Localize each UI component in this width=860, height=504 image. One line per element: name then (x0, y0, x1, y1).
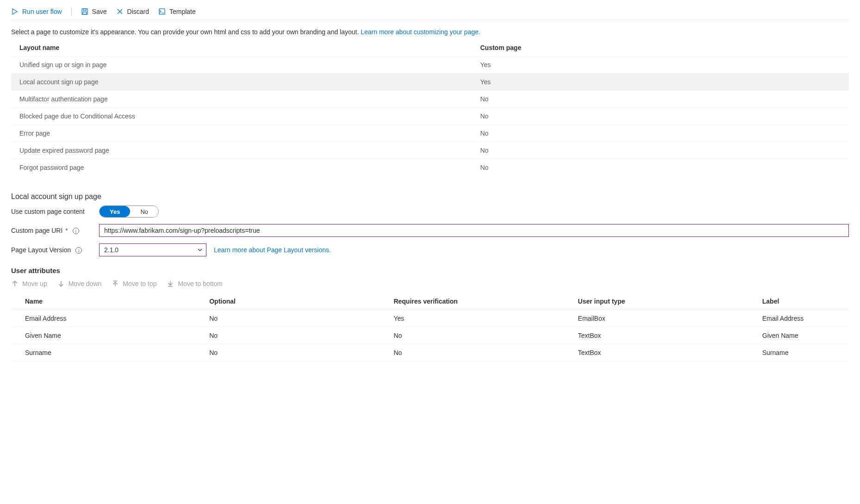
layouts-table: Layout name Custom page Unified sign up … (11, 39, 849, 176)
required-star: * (65, 227, 68, 234)
attr-name-cell: Email Address (11, 310, 195, 327)
move-up-button[interactable]: Move up (11, 280, 47, 287)
attr-optional-cell: No (195, 310, 380, 327)
col-attr-name[interactable]: Name (11, 293, 195, 310)
learn-more-link[interactable]: Learn more about customizing your page. (361, 28, 480, 36)
user-attributes-table: Name Optional Requires verification User… (11, 293, 849, 361)
template-label: Template (169, 8, 196, 15)
attr-optional-cell: No (195, 327, 380, 344)
attr-requires-cell: No (380, 344, 564, 361)
col-custom-page[interactable]: Custom page (472, 39, 849, 56)
move-down-button[interactable]: Move down (57, 280, 102, 287)
close-icon (116, 8, 124, 15)
col-attr-optional[interactable]: Optional (195, 293, 380, 310)
custom-uri-label-text: Custom page URI (11, 227, 62, 234)
col-attr-requires[interactable]: Requires verification (380, 293, 564, 310)
use-custom-label: Use custom page content (11, 208, 99, 215)
use-custom-toggle[interactable]: Yes No (99, 205, 159, 218)
layout-row[interactable]: Blocked page due to Conditional AccessNo (11, 108, 849, 125)
layout-name-cell: Forgot password page (11, 159, 472, 176)
layout-row[interactable]: Error pageNo (11, 125, 849, 142)
version-learn-more-link[interactable]: Learn more about Page Layout versions. (214, 246, 331, 254)
layout-row[interactable]: Multifactor authentication pageNo (11, 91, 849, 108)
arrow-down-icon (57, 280, 65, 287)
attr-requires-cell: Yes (380, 310, 564, 327)
layout-custom-cell: No (472, 159, 849, 176)
use-custom-row: Use custom page content Yes No (11, 205, 849, 218)
arrow-top-icon (112, 280, 119, 287)
svg-rect-2 (83, 9, 86, 11)
custom-uri-label: Custom page URI * i (11, 227, 99, 235)
attr-name-cell: Surname (11, 344, 195, 361)
move-down-label: Move down (69, 280, 102, 287)
col-attr-label[interactable]: Label (748, 293, 849, 310)
version-select[interactable] (99, 243, 206, 256)
layout-custom-cell: No (472, 108, 849, 125)
save-icon (81, 8, 88, 15)
detail-heading: Local account sign up page (11, 193, 849, 201)
col-layout-name[interactable]: Layout name (11, 39, 472, 56)
layout-custom-cell: Yes (472, 74, 849, 91)
arrow-up-icon (11, 280, 19, 287)
toggle-yes[interactable]: Yes (100, 206, 130, 217)
attr-label-cell: Given Name (748, 327, 849, 344)
custom-uri-input[interactable] (99, 224, 849, 237)
intro-text: Select a page to customize it's appearan… (11, 28, 849, 36)
layout-row[interactable]: Local account sign up pageYes (11, 74, 849, 91)
run-user-flow-button[interactable]: Run user flow (11, 8, 62, 15)
layout-custom-cell: No (472, 142, 849, 159)
version-select-wrap (99, 243, 206, 256)
save-label: Save (92, 8, 107, 15)
toolbar-divider (71, 7, 72, 16)
discard-label: Discard (127, 8, 149, 15)
run-label: Run user flow (22, 8, 62, 15)
discard-button[interactable]: Discard (116, 8, 149, 15)
attr-type-cell: TextBox (564, 344, 748, 361)
layout-name-cell: Blocked page due to Conditional Access (11, 108, 472, 125)
attr-label-cell: Email Address (748, 310, 849, 327)
version-label-text: Page Layout Version (11, 246, 71, 254)
attr-type-cell: EmailBox (564, 310, 748, 327)
info-icon[interactable]: i (75, 247, 82, 254)
attr-requires-cell: No (380, 327, 564, 344)
version-label: Page Layout Version i (11, 246, 99, 254)
move-top-label: Move to top (123, 280, 156, 287)
version-row: Page Layout Version i Learn more about P… (11, 243, 849, 256)
col-attr-type[interactable]: User input type (564, 293, 748, 310)
layout-row[interactable]: Forgot password pageNo (11, 159, 849, 176)
attr-row[interactable]: SurnameNoNoTextBoxSurname (11, 344, 849, 361)
layout-row[interactable]: Update expired password pageNo (11, 142, 849, 159)
move-up-label: Move up (22, 280, 47, 287)
layout-row[interactable]: Unified sign up or sign in pageYes (11, 56, 849, 74)
attr-name-cell: Given Name (11, 327, 195, 344)
custom-uri-row: Custom page URI * i (11, 224, 849, 237)
svg-marker-0 (12, 9, 17, 14)
save-button[interactable]: Save (81, 8, 107, 15)
template-button[interactable]: Template (158, 8, 196, 15)
play-icon (11, 8, 19, 15)
svg-rect-6 (159, 9, 165, 14)
layout-name-cell: Local account sign up page (11, 74, 472, 91)
move-top-button[interactable]: Move to top (112, 280, 156, 287)
layout-custom-cell: No (472, 91, 849, 108)
layout-custom-cell: Yes (472, 56, 849, 74)
layout-name-cell: Unified sign up or sign in page (11, 56, 472, 74)
layout-name-cell: Multifactor authentication page (11, 91, 472, 108)
attr-toolbar: Move up Move down Move to top Move to bo… (11, 280, 849, 287)
layout-name-cell: Update expired password page (11, 142, 472, 159)
intro-text-body: Select a page to customize it's appearan… (11, 28, 361, 36)
layout-name-cell: Error page (11, 125, 472, 142)
toggle-no[interactable]: No (130, 206, 158, 217)
attr-row[interactable]: Email AddressNoYesEmailBoxEmail Address (11, 310, 849, 327)
attr-label-cell: Surname (748, 344, 849, 361)
layout-custom-cell: No (472, 125, 849, 142)
info-icon[interactable]: i (73, 228, 79, 234)
template-icon (158, 8, 166, 15)
move-bottom-label: Move to bottom (178, 280, 223, 287)
attr-optional-cell: No (195, 344, 380, 361)
move-bottom-button[interactable]: Move to bottom (167, 280, 223, 287)
attr-type-cell: TextBox (564, 327, 748, 344)
command-bar: Run user flow Save Discard Template (11, 4, 849, 20)
svg-rect-3 (83, 12, 87, 14)
attr-row[interactable]: Given NameNoNoTextBoxGiven Name (11, 327, 849, 344)
